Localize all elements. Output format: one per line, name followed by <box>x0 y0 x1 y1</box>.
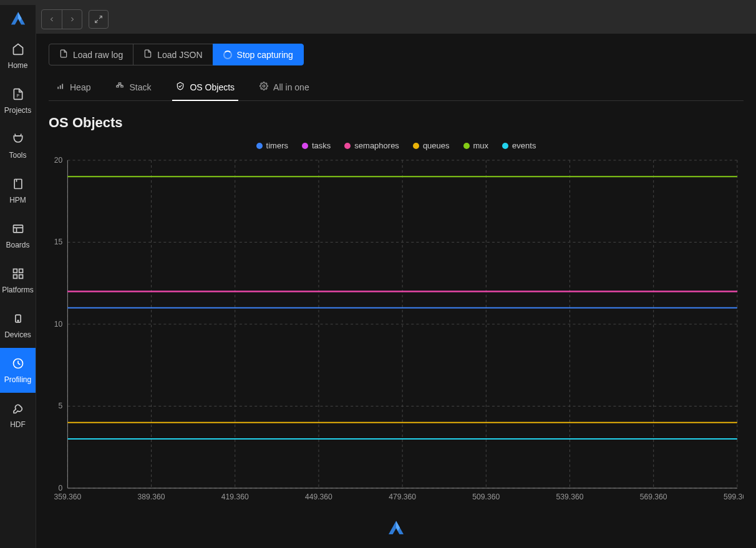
svg-rect-9 <box>19 274 22 278</box>
legend-label: events <box>512 141 536 150</box>
sidebar-icon <box>12 43 24 59</box>
svg-rect-18 <box>119 83 122 84</box>
svg-point-11 <box>17 320 19 321</box>
load-raw-log-button[interactable]: Load raw log <box>49 44 133 65</box>
legend-item-semaphores[interactable]: semaphores <box>344 141 399 150</box>
sidebar-icon <box>12 178 24 193</box>
sidebar-item-label: HPM <box>9 196 26 204</box>
legend-label: semaphores <box>354 141 399 150</box>
sidebar-item-projects[interactable]: PProjects <box>0 79 36 123</box>
tab-icon <box>56 82 65 92</box>
svg-rect-1 <box>14 179 22 188</box>
load-json-button[interactable]: Load JSON <box>133 44 213 65</box>
tab-all-in-one[interactable]: All in one <box>256 74 313 101</box>
legend-swatch <box>413 143 419 149</box>
tab-icon <box>176 82 185 92</box>
spinner-icon <box>223 50 232 59</box>
sidebar-item-label: Projects <box>4 106 31 115</box>
app-logo <box>0 5 36 34</box>
fullscreen-button[interactable] <box>89 10 109 29</box>
sidebar-item-tools[interactable]: Tools <box>0 123 36 168</box>
sidebar-item-label: Devices <box>4 330 31 339</box>
legend-swatch <box>256 143 263 149</box>
svg-text:569.360: 569.360 <box>640 493 667 501</box>
svg-text:449.360: 449.360 <box>305 493 332 501</box>
sidebar-item-label: Home <box>7 61 27 70</box>
svg-rect-20 <box>121 85 124 87</box>
tab-icon <box>115 82 124 92</box>
sidebar-item-devices[interactable]: Devices <box>0 303 36 348</box>
sidebar-item-boards[interactable]: Boards <box>0 213 36 258</box>
tab-label: OS Objects <box>190 82 235 92</box>
sidebar: HomePProjectsToolsHPMBoardsPlatformsDevi… <box>0 5 36 548</box>
legend-label: tasks <box>312 141 331 150</box>
legend-label: timers <box>266 141 288 150</box>
legend-swatch <box>344 143 351 149</box>
svg-point-21 <box>263 85 265 87</box>
legend-item-tasks[interactable]: tasks <box>302 141 331 150</box>
sidebar-item-label: Boards <box>6 241 29 249</box>
tab-heap[interactable]: Heap <box>52 74 94 101</box>
section-title: OS Objects <box>49 115 744 131</box>
svg-rect-19 <box>117 85 119 87</box>
tab-os-objects[interactable]: OS Objects <box>172 74 238 101</box>
footer-logo <box>49 516 744 538</box>
sidebar-item-home[interactable]: Home <box>0 34 36 79</box>
svg-text:20: 20 <box>54 156 63 165</box>
topbar <box>36 5 756 34</box>
nav-forward-button[interactable] <box>62 10 82 29</box>
tab-icon <box>259 82 268 92</box>
svg-text:5: 5 <box>59 402 63 411</box>
legend-item-mux[interactable]: mux <box>463 141 489 150</box>
sidebar-icon <box>12 267 24 283</box>
sidebar-item-hpm[interactable]: HPM <box>0 168 36 213</box>
tab-label: All in one <box>273 82 309 92</box>
svg-text:599.360: 599.360 <box>724 493 744 501</box>
legend-label: queues <box>423 141 450 150</box>
svg-text:479.360: 479.360 <box>389 493 416 501</box>
sidebar-item-platforms[interactable]: Platforms <box>0 258 36 303</box>
tab-bar: HeapStackOS ObjectsAll in one <box>49 74 744 101</box>
chart-legend: timerstaskssemaphoresqueuesmuxevents <box>49 137 744 156</box>
legend-item-timers[interactable]: timers <box>256 141 288 150</box>
sidebar-icon <box>12 402 24 418</box>
window-titlebar <box>0 0 756 5</box>
sidebar-icon <box>12 312 24 328</box>
button-label: Load raw log <box>73 50 123 60</box>
svg-line-13 <box>99 16 102 19</box>
sidebar-item-label: Profiling <box>4 375 31 384</box>
svg-text:419.360: 419.360 <box>221 493 249 501</box>
nav-back-button[interactable] <box>42 10 62 29</box>
legend-label: mux <box>473 141 489 150</box>
svg-text:15: 15 <box>54 238 63 247</box>
sidebar-item-label: HDF <box>10 420 26 429</box>
tab-stack[interactable]: Stack <box>112 74 155 101</box>
button-label: Stop capturing <box>237 50 293 60</box>
svg-text:539.360: 539.360 <box>556 493 584 501</box>
sidebar-item-label: Tools <box>9 151 26 160</box>
sidebar-icon <box>12 357 24 373</box>
button-label: Load JSON <box>157 50 202 60</box>
chart-container: timerstaskssemaphoresqueuesmuxevents 051… <box>49 137 744 516</box>
svg-line-14 <box>95 20 98 22</box>
sidebar-item-profiling[interactable]: Profiling <box>0 348 36 393</box>
legend-swatch <box>463 143 470 149</box>
svg-rect-17 <box>62 84 63 89</box>
sidebar-item-label: Platforms <box>2 286 34 294</box>
svg-rect-8 <box>13 274 17 278</box>
svg-text:359.360: 359.360 <box>54 493 81 501</box>
svg-rect-6 <box>13 269 17 272</box>
legend-item-queues[interactable]: queues <box>413 141 450 150</box>
svg-rect-3 <box>13 225 22 233</box>
stop-capturing-button[interactable]: Stop capturing <box>213 44 304 65</box>
sidebar-item-hdf[interactable]: HDF <box>0 393 36 438</box>
sidebar-icon: P <box>12 88 24 103</box>
svg-text:509.360: 509.360 <box>472 493 500 501</box>
legend-item-events[interactable]: events <box>502 141 536 150</box>
tab-label: Heap <box>70 82 90 92</box>
sidebar-icon <box>12 133 24 148</box>
chart-svg: 05101520359.360389.360419.360449.360479.… <box>49 156 744 506</box>
action-toolbar: Load raw log Load JSON Stop capturing <box>49 44 744 65</box>
svg-text:389.360: 389.360 <box>138 493 165 501</box>
legend-swatch <box>302 143 308 149</box>
